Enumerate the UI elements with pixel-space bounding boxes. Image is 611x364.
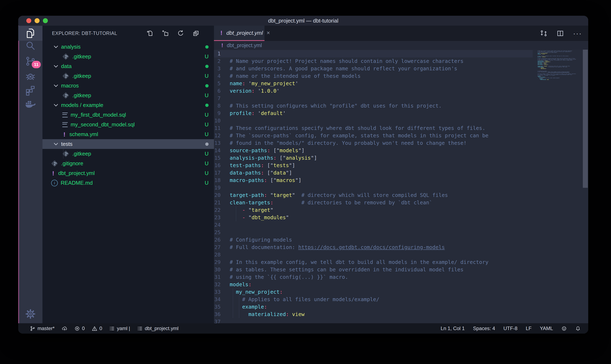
code-line[interactable]: 20target-path: "target" # directory whic…	[214, 192, 533, 199]
code-lines[interactable]: 12# Name your project! Project names sho…	[214, 50, 533, 323]
activity-item-docker[interactable]	[18, 97, 42, 112]
minimap[interactable]: # Name your project! Project names shoul…	[533, 50, 583, 323]
activity-item-debug[interactable]	[18, 69, 42, 84]
code-line[interactable]: 3# and underscores. A good package name …	[214, 65, 533, 72]
code-line[interactable]: 37	[214, 318, 533, 323]
code-area[interactable]: 12# Name your project! Project names sho…	[214, 50, 588, 323]
git-status-badge: U	[205, 121, 208, 128]
more-actions-icon[interactable]: ···	[573, 29, 582, 38]
status-cloud-upload[interactable]	[62, 326, 67, 331]
new-folder-icon[interactable]	[162, 30, 169, 37]
tree-item-analysis[interactable]: analysis	[42, 42, 214, 52]
code-line[interactable]: 14source-paths: ["models"]	[214, 147, 533, 154]
code-line[interactable]: 23 - "dbt_modules"	[214, 214, 533, 221]
code-line[interactable]: 10	[214, 117, 533, 125]
new-file-icon[interactable]	[146, 30, 153, 37]
git-status-badge: U	[205, 180, 208, 186]
explorer-icon	[25, 28, 36, 39]
tree-item-data[interactable]: data	[42, 61, 214, 71]
tree-item-dbt-project-yml[interactable]: !dbt_project.ymlU	[42, 168, 214, 178]
yaml-warning-icon: !	[219, 29, 223, 36]
close-tab-icon[interactable]: ×	[266, 30, 270, 36]
code-line[interactable]: 33 my_new_project:	[214, 288, 533, 296]
code-line[interactable]: 8# This setting configures which "profil…	[214, 102, 533, 110]
code-line[interactable]: 21clean-targets: # directories to be rem…	[214, 199, 533, 206]
scrollbar-thumb[interactable]	[583, 50, 588, 188]
tree-item-gitkeep[interactable]: .gitkeepU	[42, 71, 214, 81]
code-line[interactable]: 2# Name your project! Project names shou…	[214, 57, 533, 65]
status-bell[interactable]	[575, 326, 581, 331]
tree-item-models-example[interactable]: models / example	[42, 100, 214, 110]
code-line[interactable]: 4# name or the intended use of these mod…	[214, 72, 533, 80]
code-line[interactable]: 18macro-paths: ["macros"]	[214, 177, 533, 184]
status-smiley[interactable]	[561, 326, 567, 331]
code-line[interactable]: 32models:	[214, 281, 533, 288]
breadcrumb-filename[interactable]: dbt_project.yml	[227, 42, 262, 48]
line-number: 30	[214, 266, 221, 273]
code-line[interactable]: 36 materialized: view	[214, 311, 533, 318]
status-lf[interactable]: LF	[526, 325, 531, 331]
activity-item-source-control[interactable]: 11	[18, 54, 42, 69]
code-line[interactable]: 29# In this example config, we tell dbt …	[214, 259, 533, 266]
refresh-icon[interactable]	[177, 30, 184, 37]
status-yaml[interactable]: YAML	[540, 325, 553, 331]
breadcrumb[interactable]: ! dbt_project.yml	[214, 41, 588, 50]
git-status-badge: U	[205, 131, 208, 138]
status-master[interactable]: master*	[30, 325, 55, 331]
tree-item-tests[interactable]: tests	[42, 139, 214, 149]
activity-item-extensions[interactable]	[18, 83, 42, 98]
code-line[interactable]: 24	[214, 221, 533, 229]
split-editor-icon[interactable]	[556, 30, 564, 37]
vertical-scrollbar[interactable]	[583, 50, 588, 323]
code-line[interactable]: 16test-paths: ["tests"]	[214, 162, 533, 169]
status-0[interactable]: 0	[92, 325, 102, 331]
status-yaml[interactable]: yaml |	[109, 325, 130, 331]
collapse-all-icon[interactable]	[193, 30, 199, 37]
status-dbt-project-yml[interactable]: dbt_project.yml	[137, 325, 179, 331]
open-changes-icon[interactable]	[540, 30, 547, 37]
activity-item-search[interactable]	[18, 39, 42, 53]
code-line[interactable]: 34 # Applies to all files under models/e…	[214, 296, 533, 303]
tree-item-gitkeep[interactable]: .gitkeepU	[42, 149, 214, 159]
explorer-title: EXPLORER: DBT-TUTORIAL	[52, 26, 117, 41]
code-line[interactable]: 6version: '1.0.0'	[214, 87, 533, 95]
line-number: 21	[214, 199, 221, 206]
status-spaces-4[interactable]: Spaces: 4	[473, 325, 495, 331]
status-utf-8[interactable]: UTF-8	[503, 325, 517, 331]
code-line[interactable]: 11# These configurations specify where d…	[214, 125, 533, 132]
line-number: 9	[214, 110, 221, 117]
code-line[interactable]: 5name: 'my_new_project'	[214, 80, 533, 87]
code-line[interactable]: 27# Full documentation: https://docs.get…	[214, 244, 533, 251]
tree-item-macros[interactable]: macros	[42, 81, 214, 91]
code-line[interactable]: 15analysis-paths: ["analysis"]	[214, 154, 533, 162]
code-line[interactable]: 35 example:	[214, 303, 533, 311]
line-number: 28	[214, 251, 221, 259]
tree-item-gitkeep[interactable]: .gitkeepU	[42, 52, 214, 61]
status-ln-1-col-1[interactable]: Ln 1, Col 1	[441, 325, 465, 331]
code-line[interactable]: 12# The `source-paths` config, for examp…	[214, 132, 533, 139]
code-line[interactable]: 31# using the `{{ config(...) }}` macro.	[214, 273, 533, 281]
code-line[interactable]: 7	[214, 95, 533, 102]
code-line[interactable]: 1	[214, 50, 533, 57]
code-line[interactable]: 28	[214, 251, 533, 259]
tab-dbt-project-yml[interactable]: ! dbt_project.yml ×	[214, 26, 264, 41]
code-line[interactable]: 9profile: 'default'	[214, 110, 533, 117]
line-number: 20	[214, 192, 221, 199]
tree-item-gitkeep[interactable]: .gitkeepU	[42, 91, 214, 100]
code-line[interactable]: 17data-paths: ["data"]	[214, 169, 533, 177]
status-label: yaml |	[117, 325, 130, 331]
code-line[interactable]: 26# Configuring models	[214, 236, 533, 244]
activity-item-settings-gear[interactable]	[18, 307, 42, 321]
code-line[interactable]: 30# as tables. These settings can be ove…	[214, 266, 533, 273]
code-line[interactable]: 19	[214, 184, 533, 192]
folder-status-dot	[205, 143, 208, 146]
status-0[interactable]: 0	[74, 325, 85, 331]
code-line[interactable]: 13# found in the "models/" directory. Yo…	[214, 139, 533, 147]
tree-item-gitignore[interactable]: .gitignoreU	[42, 159, 214, 168]
code-line[interactable]: 25	[214, 229, 533, 236]
code-line[interactable]: 22 - "target"	[214, 206, 533, 214]
tree-item-my-first-dbt-model-sql[interactable]: my_first_dbt_model.sqlU	[42, 110, 214, 120]
tree-item-schema-yml[interactable]: !schema.ymlU	[42, 130, 214, 139]
tree-item-my-second-dbt-model-sql[interactable]: my_second_dbt_model.sqlU	[42, 120, 214, 130]
tree-item-readme-md[interactable]: iREADME.mdU	[42, 178, 214, 188]
